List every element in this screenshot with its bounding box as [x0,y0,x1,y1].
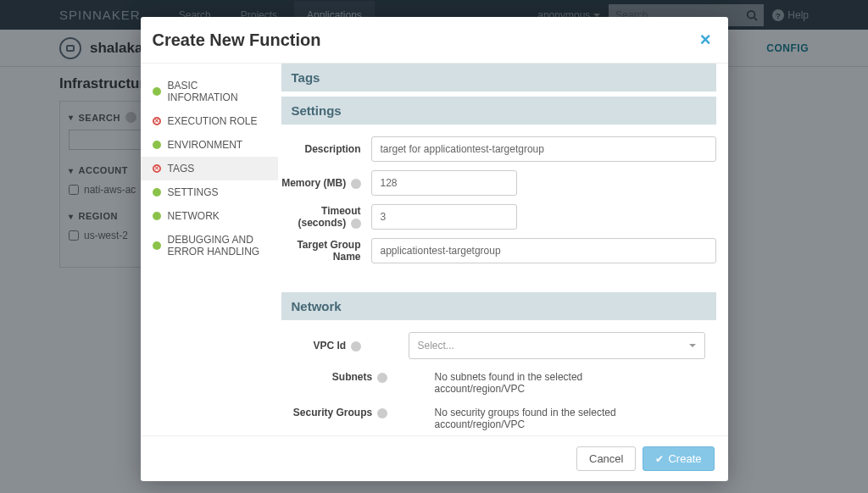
memory-input[interactable] [371,170,517,196]
modal-header: Create New Function × [141,17,728,63]
status-dot-icon [153,212,161,220]
modal-backdrop: Create New Function × BASIC INFORMATION … [0,0,868,268]
sidebar-item-label: EXECUTION ROLE [168,115,258,127]
modal-main: Tags Settings Description Memory (MB) Ti… [278,64,728,268]
sidebar-item-label: TAGS [168,163,195,174]
sidebar-item-label: NETWORK [168,210,220,222]
status-dot-icon [153,87,161,96]
settings-form: Description Memory (MB) Timeout (seconds… [281,125,716,268]
timeout-label: Timeout (seconds) [281,205,371,229]
targetgroup-input[interactable] [371,238,716,263]
sidebar-item-execution-role[interactable]: EXECUTION ROLE [141,109,278,133]
modal: Create New Function × BASIC INFORMATION … [141,17,728,268]
sidebar-item-basic-information[interactable]: BASIC INFORMATION [141,74,278,109]
status-dot-icon [153,141,161,149]
status-dot-icon [153,241,161,250]
sidebar-item-tags[interactable]: TAGS [141,157,278,180]
sidebar-item-debugging[interactable]: DEBUGGING AND ERROR HANDLING [141,228,278,263]
sidebar-item-environment[interactable]: ENVIRONMENT [141,133,278,157]
targetgroup-label: Target Group Name [281,239,371,263]
modal-title: Create New Function [153,30,321,50]
timeout-input[interactable] [371,204,517,230]
section-tags-header: Tags [281,64,716,91]
info-icon [351,179,361,189]
sidebar-item-settings[interactable]: SETTINGS [141,180,278,204]
modal-sidebar: BASIC INFORMATION EXECUTION ROLE ENVIRON… [141,64,278,268]
memory-label: Memory (MB) [281,177,371,189]
sidebar-item-network[interactable]: NETWORK [141,204,278,228]
sidebar-item-label: SETTINGS [168,186,219,198]
info-icon [351,219,361,229]
status-dot-icon [153,164,161,173]
sidebar-item-label: DEBUGGING AND ERROR HANDLING [168,234,266,258]
modal-body: BASIC INFORMATION EXECUTION ROLE ENVIRON… [141,63,728,268]
section-settings-header: Settings [281,97,716,125]
close-icon[interactable]: × [700,29,711,51]
sidebar-item-label: BASIC INFORMATION [168,80,266,103]
description-label: Description [281,143,371,155]
status-dot-icon [153,117,161,125]
sidebar-item-label: ENVIRONMENT [168,139,243,151]
description-input[interactable] [371,136,716,162]
status-dot-icon [153,188,161,197]
